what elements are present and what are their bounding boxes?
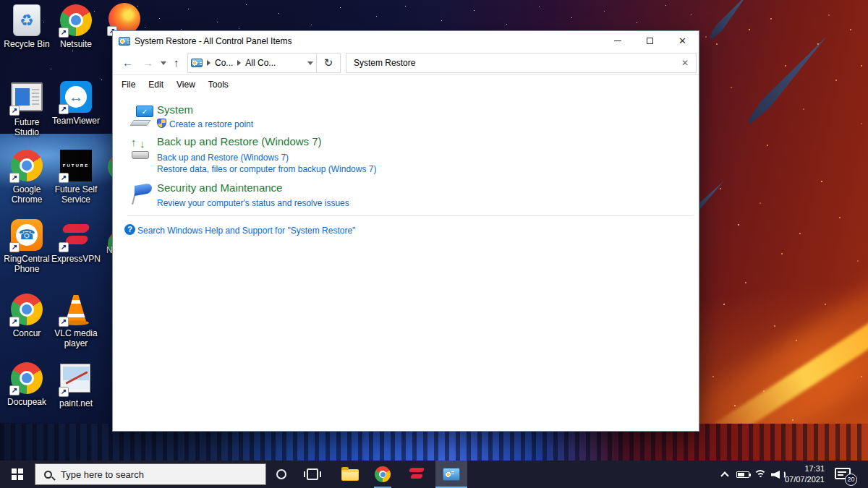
help-icon: ? [124,224,135,235]
control-panel-icon [443,468,460,481]
desktop-icon-ringcentral-phone[interactable]: ☎ ↗ RingCentral Phone [2,219,51,274]
back-icon[interactable]: ← [122,56,133,70]
shortcut-arrow-icon: ↗ [59,27,69,38]
menu-tools[interactable]: Tools [202,80,235,90]
breadcrumb-chevron-icon [207,60,210,66]
control-panel-icon [191,59,203,67]
desktop-icon-future-studio[interactable]: ↗ Future Studio [2,81,51,137]
menu-view[interactable]: View [170,80,202,90]
control-panel-icon [119,37,130,46]
window-search-box[interactable]: System Restore ✕ [346,53,697,73]
result-heading-system[interactable]: System [157,103,193,116]
search-query-text: System Restore [354,58,415,68]
battery-icon[interactable] [736,471,749,478]
menu-file[interactable]: File [122,80,142,90]
shortcut-arrow-icon: ↗ [9,317,20,327]
recent-pages-chevron-icon[interactable] [161,61,166,65]
desktop-icon-label: TeamViewer [51,116,101,126]
maximize-button[interactable] [634,31,666,51]
chrome-taskbar-button[interactable] [375,466,391,482]
address-dropdown-chevron-icon[interactable] [307,61,313,65]
breadcrumb-chevron-icon [237,60,241,66]
search-icon [44,471,52,479]
shortcut-arrow-icon: ↗ [59,387,69,397]
shortcut-arrow-icon: ↗ [59,173,69,183]
navigation-bar: ← → ↑ Co... All Co... ↻ System Restore ✕ [113,51,699,75]
window-title: System Restore - All Control Panel Items [135,36,292,46]
desktop-icon-paintnet[interactable]: ↗ paint.net [51,362,101,408]
forward-icon[interactable]: → [142,56,153,70]
menu-bar: File Edit View Tools [113,75,699,93]
desktop-icon-expressvpn[interactable]: ↗ ExpressVPN [51,219,101,264]
minimize-button[interactable] [601,31,634,51]
cortana-button[interactable] [276,469,286,479]
shortcut-arrow-icon: ↗ [59,104,69,114]
desktop-icon-label: VLC media player [51,328,101,348]
task-view-button[interactable] [307,468,318,480]
wallpaper-ship [703,0,754,44]
control-panel-taskbar-button[interactable] [435,461,467,488]
title-bar[interactable]: System Restore - All Control Panel Items… [113,31,699,51]
desktop-icon-label: RingCentral Phone [2,254,51,274]
recycle-bin-icon: ♻ [13,4,41,36]
wallpaper-stars-orange [0,0,1,1]
close-button[interactable]: ✕ [666,31,699,51]
desktop-icon-label: Future Self Service [51,184,101,205]
desktop-icon-label: Future Studio [2,117,51,137]
desktop-icon-vlc[interactable]: ↗ VLC media player [51,294,101,348]
result-link-review-status[interactable]: Review your computer's status and resolv… [157,198,349,208]
menu-edit[interactable]: Edit [142,80,170,90]
expressvpn-taskbar-button[interactable] [408,467,425,481]
desktop-icon-netsuite[interactable]: ↗ Netsuite [51,4,101,49]
desktop-icon-recycle-bin[interactable]: ♻ Recycle Bin [2,4,51,49]
desktop-icon-teamviewer[interactable]: ↔ ↗ TeamViewer [51,81,101,126]
wallpaper-ship [740,28,835,131]
up-icon[interactable]: ↑ [174,56,179,70]
desktop-icon-label: Recycle Bin [2,39,51,49]
shortcut-arrow-icon: ↗ [9,173,20,183]
system-icon: ✓ [132,105,155,128]
desktop-icon-label: Netsuite [51,39,101,49]
file-explorer-button[interactable] [341,469,359,481]
security-maintenance-flag-icon [130,183,153,206]
start-button[interactable] [0,461,35,488]
tray-expand-chevron-icon[interactable] [720,471,728,479]
uac-shield-icon [157,119,166,128]
clock-date: 07/07/2021 [775,474,825,485]
breadcrumb-all-items[interactable]: All Co... [245,58,276,68]
desktop-icon-concur[interactable]: ↗ Concur [2,294,51,338]
shortcut-arrow-icon: ↗ [9,106,20,116]
taskbar: Type here to search 17:31 07/07/2021 20 [0,461,868,488]
separator [127,215,694,216]
result-link-backup[interactable]: Back up and Restore (Windows 7) [157,153,289,163]
result-heading-backup[interactable]: Back up and Restore (Windows 7) [157,135,322,147]
windows-logo-icon [12,468,23,480]
shortcut-arrow-icon: ↗ [9,242,20,252]
wifi-icon[interactable] [754,470,767,480]
clock-time: 17:31 [775,463,825,474]
shortcut-arrow-icon: ↗ [9,385,20,395]
clear-search-icon[interactable]: ✕ [681,58,689,68]
breadcrumb-control-panel[interactable]: Co... [215,58,233,68]
control-panel-window: System Restore - All Control Panel Items… [112,30,699,432]
desktop-icon-label: paint.net [51,398,101,408]
search-placeholder: Type here to search [61,469,144,480]
notification-badge: 20 [845,474,857,486]
desktop-icon-docupeak[interactable]: ↗ Docupeak [2,362,51,407]
result-link-restore-data[interactable]: Restore data, files or computer from bac… [157,164,376,174]
desktop-icon-label: ExpressVPN [51,254,101,264]
backup-restore-icon: ↑↓ [130,138,153,161]
help-search-link[interactable]: Search Windows Help and Support for "Sys… [137,226,355,236]
desktop-icon-future-self-service[interactable]: FUTURE ↗ Future Self Service [51,150,101,205]
result-heading-security[interactable]: Security and Maintenance [157,181,282,194]
desktop-icon-google-chrome[interactable]: ↗ Google Chrome [2,150,51,205]
desktop-icon-label: Concur [2,328,51,338]
search-results: ✓ System Create a restore point ↑↓ Back … [113,93,699,431]
result-link-create-restore-point[interactable]: Create a restore point [169,119,253,129]
address-bar[interactable]: Co... All Co... [187,53,317,73]
taskbar-search-box[interactable]: Type here to search [35,463,266,485]
refresh-button[interactable]: ↻ [317,53,341,73]
taskbar-clock[interactable]: 17:31 07/07/2021 [775,463,825,485]
desktop-icon-label: Google Chrome [2,184,51,205]
shortcut-arrow-icon: ↗ [59,242,69,252]
